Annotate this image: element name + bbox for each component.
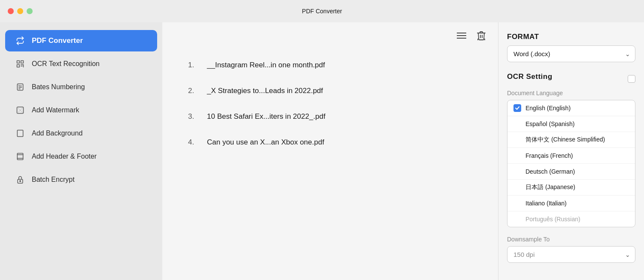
file-name: __Instagram Reel...in one month.pdf	[207, 61, 325, 69]
check-placeholder	[513, 168, 521, 175]
language-name: Italiano (Italian)	[526, 200, 567, 207]
ocr-icon	[15, 59, 25, 69]
title-bar: PDF Converter	[0, 0, 644, 22]
downsample-label: Downsample To	[507, 236, 635, 243]
ocr-setting-checkbox[interactable]	[628, 75, 635, 83]
watermark-icon	[15, 105, 25, 115]
background-icon	[15, 129, 25, 138]
svg-rect-13	[17, 154, 23, 160]
language-name: English (English)	[526, 105, 571, 111]
check-placeholder	[513, 215, 521, 223]
svg-rect-1	[21, 61, 24, 63]
downsample-select[interactable]: 72 dpi96 dpi150 dpi300 dpi600 dpi	[507, 246, 635, 263]
header-footer-icon	[15, 152, 25, 161]
sidebar-item-pdf-converter[interactable]: PDF Converter	[5, 30, 157, 51]
file-name: _X Strategies to...Leads in 2022.pdf	[207, 87, 323, 95]
menu-icon[interactable]	[455, 29, 468, 42]
maximize-button[interactable]	[27, 8, 33, 14]
format-select[interactable]: Word (.docx)Excel (.xlsx)PowerPoint (.pp…	[507, 45, 635, 62]
convert-icon	[15, 36, 25, 45]
sidebar-label-pdf-converter: PDF Converter	[32, 36, 83, 45]
sidebar-label-header-footer: Add Header & Footer	[32, 153, 97, 160]
sidebar-label-watermark: Add Watermark	[32, 106, 79, 114]
check-icon	[513, 104, 521, 112]
language-name: 日本語 (Japanese)	[526, 184, 575, 191]
sidebar-item-ocr-text-recognition[interactable]: OCR Text Recognition	[5, 53, 157, 75]
delete-icon[interactable]	[475, 29, 488, 42]
sidebar-label-ocr: OCR Text Recognition	[32, 60, 100, 68]
sidebar-label-encrypt: Batch Encrypt	[32, 176, 75, 184]
svg-text:½: ½	[18, 84, 20, 86]
right-panel: FORMAT Word (.docx)Excel (.xlsx)PowerPoi…	[498, 22, 644, 280]
language-item[interactable]: Português (Russian)	[507, 211, 635, 227]
close-button[interactable]	[8, 8, 14, 14]
check-placeholder	[513, 184, 521, 191]
language-item[interactable]: Deutsch (German)	[507, 164, 635, 180]
check-placeholder	[513, 152, 521, 160]
check-placeholder	[513, 199, 521, 207]
svg-rect-0	[17, 61, 20, 63]
ocr-setting-header: OCR Setting	[507, 72, 635, 85]
sidebar-item-add-watermark[interactable]: Add Watermark	[5, 99, 157, 121]
encrypt-icon	[15, 175, 25, 184]
file-number: 3.	[188, 112, 198, 121]
language-item[interactable]: English (English)	[507, 100, 635, 116]
language-item[interactable]: Español (Spanish)	[507, 116, 635, 132]
file-item[interactable]: 2. _X Strategies to...Leads in 2022.pdf	[179, 79, 481, 103]
check-placeholder	[513, 120, 521, 128]
language-name: Deutsch (German)	[526, 168, 575, 175]
content-area: 1. __Instagram Reel...in one month.pdf 2…	[162, 22, 498, 280]
svg-rect-2	[17, 65, 20, 67]
minimize-button[interactable]	[17, 8, 23, 14]
file-item[interactable]: 4. Can you use an X...an Xbox one.pdf	[179, 130, 481, 154]
language-item[interactable]: Italiano (Italian)	[507, 196, 635, 211]
language-item[interactable]: 日本語 (Japanese)	[507, 180, 635, 196]
sidebar-item-add-background[interactable]: Add Background	[5, 123, 157, 144]
file-number: 1.	[188, 61, 198, 69]
sidebar-item-batch-encrypt[interactable]: Batch Encrypt	[5, 169, 157, 190]
ocr-setting-label: OCR Setting	[507, 72, 553, 81]
check-placeholder	[513, 136, 521, 144]
file-item[interactable]: 3. 10 Best Safari Ex...iters in 2022_.pd…	[179, 105, 481, 129]
svg-point-17	[20, 181, 21, 182]
language-name: 简体中文 (Chinese Simplified)	[526, 136, 605, 144]
document-language-label: Document Language	[507, 90, 635, 96]
content-toolbar	[162, 22, 498, 49]
language-list: English (English) Español (Spanish) 简体中文…	[507, 100, 635, 227]
language-name: Português (Russian)	[526, 216, 580, 223]
sidebar-item-bates-numbering[interactable]: ½ Bates Numbering	[5, 76, 157, 98]
window-controls	[8, 8, 33, 14]
file-list: 1. __Instagram Reel...in one month.pdf 2…	[162, 49, 498, 159]
app-title: PDF Converter	[302, 8, 342, 15]
main-layout: PDF Converter OCR Text Recognition	[0, 22, 644, 280]
language-item[interactable]: Français (French)	[507, 148, 635, 164]
format-select-wrapper: Word (.docx)Excel (.xlsx)PowerPoint (.pp…	[507, 45, 635, 62]
sidebar-item-add-header-footer[interactable]: Add Header & Footer	[5, 146, 157, 167]
sidebar: PDF Converter OCR Text Recognition	[0, 22, 162, 280]
file-number: 2.	[188, 87, 198, 95]
downsample-select-wrapper: 72 dpi96 dpi150 dpi300 dpi600 dpi ⌄	[507, 246, 635, 263]
sidebar-label-bates: Bates Numbering	[32, 83, 85, 91]
format-label: FORMAT	[507, 33, 635, 41]
svg-rect-12	[17, 130, 23, 137]
file-name: 10 Best Safari Ex...iters in 2022_.pdf	[207, 112, 325, 121]
language-name: Español (Spanish)	[526, 120, 574, 127]
file-item[interactable]: 1. __Instagram Reel...in one month.pdf	[179, 53, 481, 77]
sidebar-label-background: Add Background	[32, 129, 82, 137]
language-name: Français (French)	[526, 152, 573, 159]
bates-icon: ½	[15, 82, 25, 92]
file-number: 4.	[188, 138, 198, 147]
language-item[interactable]: 简体中文 (Chinese Simplified)	[507, 132, 635, 148]
file-name: Can you use an X...an Xbox one.pdf	[207, 138, 324, 147]
